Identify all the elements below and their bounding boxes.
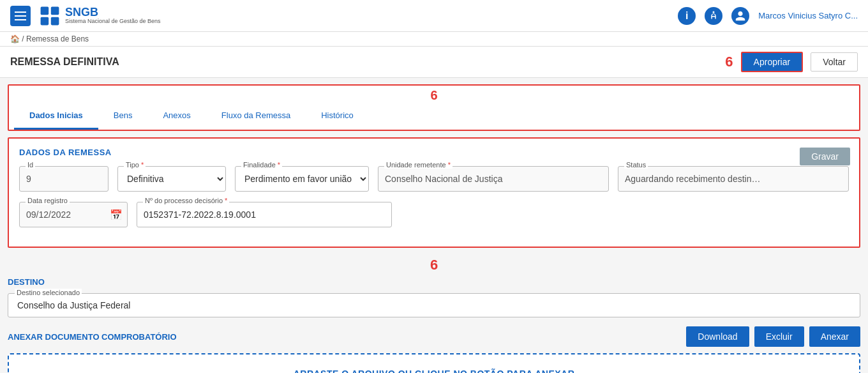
svg-rect-1 — [41, 6, 49, 15]
field-processo: Nº do processo decisório * — [137, 202, 392, 227]
field-data: Data registro 📅 — [19, 202, 128, 227]
destino-title: DESTINO — [8, 277, 860, 287]
accessibility-icon[interactable] — [705, 7, 722, 25]
anexar-section: ANEXAR DOCUMENTO COMPROBATÓRIO Download … — [8, 326, 860, 373]
status-label: Status — [624, 161, 648, 169]
anexar-header: ANEXAR DOCUMENTO COMPROBATÓRIO Download … — [8, 326, 860, 347]
logo-text: SNGB — [65, 6, 161, 18]
destino-field: Destino selecionado Conselho da Justiça … — [8, 293, 860, 317]
logo-subtext: Sistema Nacional de Gestão de Bens — [65, 18, 161, 25]
finalidade-select[interactable]: Perdimento em favor união Outras — [235, 166, 369, 192]
destino-step-badge: 6 — [8, 257, 860, 273]
field-unidade: Unidade remetente * — [378, 166, 609, 192]
tab-fluxo-remessa[interactable]: Fluxo da Remessa — [206, 103, 306, 130]
excluir-button[interactable]: Excluir — [754, 326, 804, 347]
destino-section: 6 DESTINO Destino selecionado Conselho d… — [8, 257, 860, 317]
download-button[interactable]: Download — [686, 326, 749, 347]
hamburger-menu[interactable] — [10, 6, 31, 26]
tab-dados-inicias[interactable]: Dados Inicias — [14, 103, 98, 130]
page-title-bar: REMESSA DEFINITIVA 6 Apropriar Voltar — [0, 47, 868, 78]
tab-bens[interactable]: Bens — [98, 103, 148, 130]
tabs-step-badge: 6 — [9, 86, 859, 103]
user-icon[interactable] — [731, 7, 749, 25]
destino-field-label: Destino selecionado — [15, 289, 82, 296]
user-name[interactable]: Marcos Vinicius Satyro C... — [758, 11, 858, 20]
main-content: DADOS DA REMESSA Gravar Id Tipo * Defini… — [0, 131, 868, 373]
tab-historico[interactable]: Histórico — [306, 103, 369, 130]
field-finalidade: Finalidade * Perdimento em favor união O… — [235, 166, 369, 192]
tabs: Dados Inicias Bens Anexos Fluxo da Remes… — [9, 103, 859, 130]
data-input — [19, 202, 128, 227]
svg-rect-4 — [51, 17, 59, 25]
field-status: Status — [618, 166, 849, 192]
apropriar-button[interactable]: Apropriar — [741, 52, 804, 72]
gravar-button[interactable]: Gravar — [800, 148, 850, 165]
breadcrumb-link[interactable]: Remessa de Bens — [26, 34, 89, 43]
tab-anexos[interactable]: Anexos — [147, 103, 206, 130]
field-id: Id — [19, 166, 108, 192]
processo-label: Nº do processo decisório * — [143, 197, 229, 204]
id-label: Id — [26, 161, 35, 169]
dados-remessa-section: DADOS DA REMESSA Gravar Id Tipo * Defini… — [8, 137, 860, 248]
page-title: REMESSA DEFINITIVA — [10, 56, 717, 68]
tabs-wrapper: 6 Dados Inicias Bens Anexos Fluxo da Rem… — [8, 84, 860, 131]
anexar-title: ANEXAR DOCUMENTO COMPROBATÓRIO — [8, 332, 686, 342]
id-input — [19, 166, 108, 192]
voltar-button[interactable]: Voltar — [811, 52, 858, 72]
breadcrumb-separator: / — [22, 34, 26, 43]
home-icon[interactable]: 🏠 — [10, 34, 20, 43]
form-row-1: Id Tipo * Definitiva Temporária Finalida… — [19, 166, 849, 192]
status-input — [618, 166, 849, 192]
svg-rect-3 — [41, 17, 49, 25]
form-row-2: Data registro 📅 Nº do processo decisório… — [19, 202, 849, 227]
field-tipo: Tipo * Definitiva Temporária — [117, 166, 226, 192]
unidade-input — [378, 166, 609, 192]
unidade-label: Unidade remetente * — [384, 161, 453, 169]
data-label: Data registro — [26, 197, 70, 204]
tipo-label: Tipo * — [124, 161, 146, 169]
destino-field-value: Conselho da Justiça Federal — [17, 300, 130, 310]
svg-rect-2 — [51, 6, 59, 15]
logo: SNGB Sistema Nacional de Gestão de Bens — [38, 4, 161, 27]
drop-zone[interactable]: ARRASTE O ARQUIVO OU CLIQUE NO BOTÃO PAR… — [8, 353, 860, 373]
info-icon[interactable]: i — [678, 7, 696, 25]
logo-icon — [38, 4, 61, 27]
svg-point-5 — [713, 11, 715, 13]
breadcrumb: 🏠 / Remessa de Bens — [0, 32, 868, 47]
finalidade-label: Finalidade * — [241, 161, 282, 169]
dados-remessa-title: DADOS DA REMESSA — [19, 148, 849, 157]
step-badge-title: 6 — [725, 54, 733, 70]
tipo-select[interactable]: Definitiva Temporária — [117, 166, 226, 192]
processo-input[interactable] — [137, 202, 392, 227]
header-icons: i Marcos Vinicius Satyro C... — [678, 7, 858, 25]
header: SNGB Sistema Nacional de Gestão de Bens … — [0, 0, 868, 32]
anexar-button[interactable]: Anexar — [809, 326, 860, 347]
